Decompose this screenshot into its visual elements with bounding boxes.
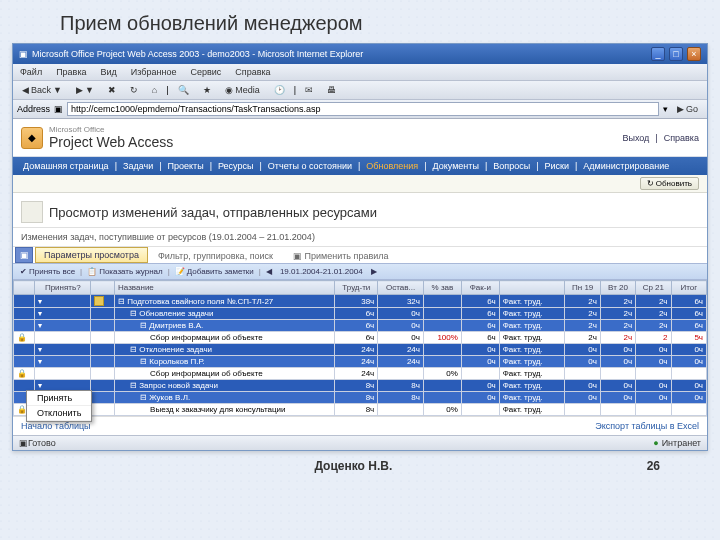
browser-window: ▣ Microsoft Office Project Web Access 20… [12,43,708,451]
col-icon [91,281,115,295]
menu-Сервис[interactable]: Сервис [187,66,224,78]
go-button[interactable]: ▶ Go [672,102,703,116]
help-link[interactable]: Справка [664,133,699,143]
col-facttype [499,281,565,295]
col-remaining[interactable]: Остав... [378,281,424,295]
refresh-page-button[interactable]: ↻ Обновить [640,177,699,190]
col-mon[interactable]: Пн 19 [565,281,600,295]
zone-icon: ● [653,438,658,448]
app-icon: ▣ [19,49,28,59]
nav-item[interactable]: Вопросы [491,160,532,172]
table-row[interactable]: ▾⊟ Жуков В.Л.8ч8ч0чФакт. труд.0ч0ч0ч0ч [14,392,707,404]
col-accept[interactable]: Принять? [35,281,91,295]
minimize-button[interactable]: _ [651,47,665,61]
view-tab-row: ▣ Параметры просмотра Фильтр, группировк… [13,247,707,264]
forward-button[interactable]: ▶ ▼ [71,83,99,97]
table-row[interactable]: ▾⊟ Обновление задачи6ч0ч6чФакт. труд.2ч2… [14,308,707,320]
page-subtitle: Изменения задач, поступившие от ресурсов… [13,228,707,247]
nav-item[interactable]: Проекты [166,160,206,172]
table-row[interactable]: ▾⊟ Подготовка свайного поля №.СП-ТЛ-2738… [14,295,707,308]
tab-rules[interactable]: ▣ Применить правила [283,249,398,263]
menu-Правка[interactable]: Правка [53,66,89,78]
nav-item[interactable]: Администрирование [581,160,671,172]
logout-link[interactable]: Выход [622,133,649,143]
add-notes-button[interactable]: 📝 Добавить заметки [172,266,257,277]
menu-reject[interactable]: Отклонить [27,406,91,421]
nav-item[interactable]: Обновления [364,160,420,172]
favorites-button[interactable]: ★ [198,83,216,97]
nav-item[interactable]: Домашняя страница [21,160,111,172]
ie-toolbar: ◀ Back ▼ ▶ ▼ ✖ ↻ ⌂ | 🔍 ★ ◉ Media 🕑 | ✉ 🖶 [13,81,707,100]
grid-footer: Начало таблицы Экспорт таблицы в Excel [13,416,707,435]
table-row[interactable]: 🔒Выезд к заказчику для консультации8ч0%Ф… [14,404,707,416]
tab-view-params[interactable]: Параметры просмотра [35,247,148,263]
table-start-link[interactable]: Начало таблицы [21,421,91,431]
nav-item[interactable]: Отчеты о состоянии [266,160,354,172]
date-range: 19.01.2004-21.01.2004 [277,266,366,277]
home-button[interactable]: ⌂ [147,83,162,97]
nav-item[interactable]: Ресурсы [216,160,256,172]
col-lock [14,281,35,295]
stop-button[interactable]: ✖ [103,83,121,97]
close-button[interactable]: × [687,47,701,61]
menu-Избранное[interactable]: Избранное [128,66,180,78]
date-next-button[interactable]: ▶ [368,266,380,277]
history-button[interactable]: 🕑 [269,83,290,97]
search-button[interactable]: 🔍 [173,83,194,97]
status-done-icon: ▣ [19,438,28,448]
show-log-button[interactable]: 📋 Показать журнал [84,266,166,277]
col-tue[interactable]: Вт 20 [600,281,635,295]
export-excel-link[interactable]: Экспорт таблицы в Excel [595,421,699,431]
nav-item[interactable]: Задачи [121,160,155,172]
table-row[interactable]: ▾⊟ Корольков П.Р.24ч24ч0чФакт. труд.0ч0ч… [14,356,707,368]
collapse-icon[interactable]: ▣ [15,247,33,263]
nav-item[interactable]: Риски [543,160,572,172]
slide-footer: Доценко Н.В. 26 [0,451,720,473]
nav-item[interactable]: Документы [431,160,481,172]
tab-filter[interactable]: Фильтр, группировка, поиск [148,249,283,263]
menu-accept[interactable]: Принять [27,391,91,406]
print-button[interactable]: 🖶 [322,83,341,97]
date-prev-button[interactable]: ◀ [263,266,275,277]
table-row[interactable]: ▾⊟ Дмитриев В.А.6ч0ч6чФакт. труд.2ч2ч2ч6… [14,320,707,332]
page-icon: ▣ [54,104,63,114]
col-total[interactable]: Итог [671,281,706,295]
address-input[interactable] [67,102,659,116]
address-dropdown-icon[interactable]: ▾ [663,104,668,114]
col-actual[interactable]: Фак-и [461,281,499,295]
col-wed[interactable]: Ср 21 [636,281,671,295]
table-row[interactable]: 🔒Сбор информации об объекте24ч0%Факт. тр… [14,368,707,380]
back-button[interactable]: ◀ Back ▼ [17,83,67,97]
col-name[interactable]: Название [115,281,335,295]
mail-button[interactable]: ✉ [300,83,318,97]
project-logo-icon: ◆ [21,127,43,149]
context-menu: Принять Отклонить [26,390,92,422]
task-grid: Принять? Название Труд-ти Остав... % зав… [13,280,707,416]
menu-Справка[interactable]: Справка [232,66,273,78]
maximize-button[interactable]: □ [669,47,683,61]
window-titlebar: ▣ Microsoft Office Project Web Access 20… [13,44,707,64]
page-heading: Просмотр изменений задач, отправленных р… [13,193,707,228]
accept-all-button[interactable]: ✔ Принять все [17,266,78,277]
refresh-button[interactable]: ↻ [125,83,143,97]
action-bar: ✔ Принять все | 📋 Показать журнал | 📝 До… [13,264,707,280]
col-work[interactable]: Труд-ти [335,281,378,295]
status-text: Готово [28,438,56,448]
menu-Вид[interactable]: Вид [98,66,120,78]
ms-office-label: Microsoft Office [49,125,173,134]
table-row[interactable]: ▾⊟ Отклонение задачи24ч24ч0чФакт. труд.0… [14,344,707,356]
sub-toolbar: ↻ Обновить [13,175,707,193]
col-percent[interactable]: % зав [423,281,461,295]
menu-Файл[interactable]: Файл [17,66,45,78]
media-button[interactable]: ◉ Media [220,83,265,97]
page-icon-large [21,201,43,223]
table-row[interactable]: ▾⊟ Запрос новой задачи8ч8ч0чФакт. труд.0… [14,380,707,392]
table-row[interactable]: 🔒Сбор информации об объекте6ч0ч100%6чФак… [14,332,707,344]
slide-page-number: 26 [647,459,660,473]
address-label: Address [17,104,50,114]
ie-status-bar: ▣ Готово ● Интранет [13,435,707,450]
product-name: Project Web Access [49,134,173,150]
pwa-header: ◆ Microsoft Office Project Web Access Вы… [13,119,707,157]
ie-menubar: ФайлПравкаВидИзбранноеСервисСправка [13,64,707,81]
zone-text: Интранет [662,438,701,448]
